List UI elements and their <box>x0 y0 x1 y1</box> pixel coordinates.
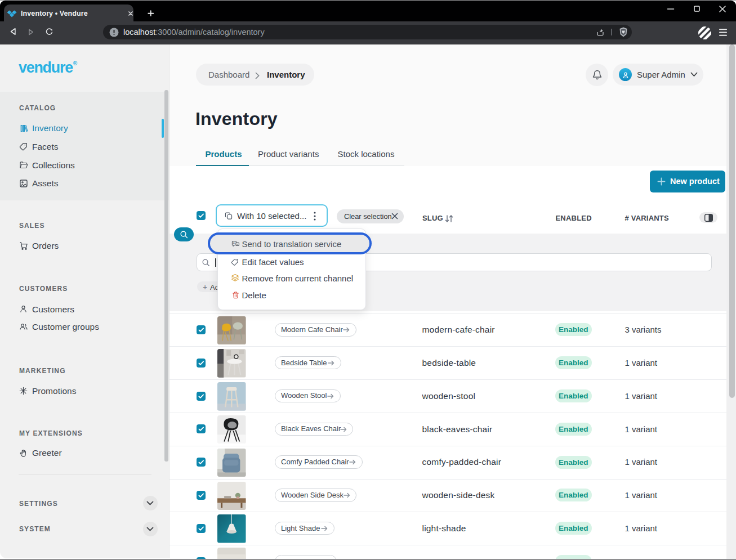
svg-text:a: a <box>237 243 238 245</box>
svg-text:A: A <box>233 241 235 245</box>
